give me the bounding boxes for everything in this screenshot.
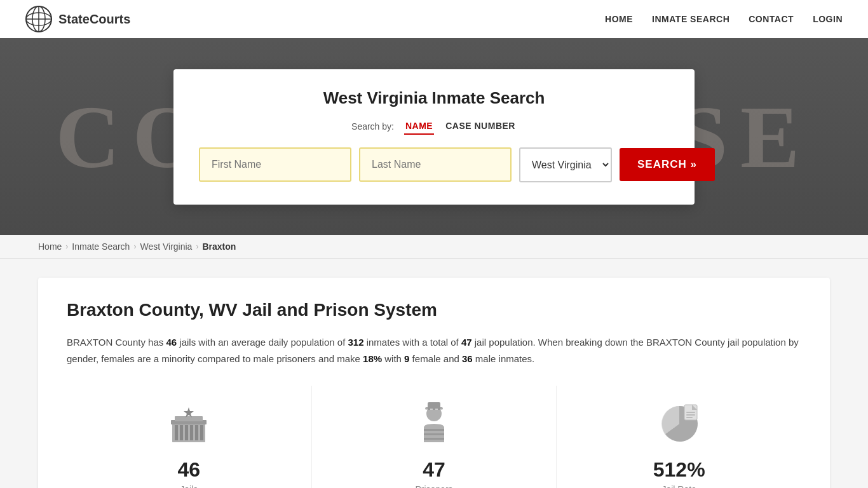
svg-rect-23 bbox=[424, 433, 444, 435]
header: StateCourts HOME INMATE SEARCH CONTACT L… bbox=[0, 0, 868, 38]
svg-rect-24 bbox=[424, 438, 444, 440]
search-inputs-row: West Virginia Alabama Alaska Arizona Ark… bbox=[199, 147, 669, 182]
logo[interactable]: StateCourts bbox=[25, 6, 130, 32]
svg-rect-13 bbox=[175, 416, 203, 421]
breadcrumb-sep-3: › bbox=[196, 242, 198, 251]
nav-contact[interactable]: CONTACT bbox=[749, 14, 794, 24]
svg-rect-27 bbox=[686, 412, 695, 413]
svg-rect-22 bbox=[424, 429, 444, 431]
hero-section: COURTHOUSE West Virginia Inmate Search S… bbox=[0, 38, 868, 235]
content-paragraph: BRAXTON County has 46 jails with an aver… bbox=[67, 334, 801, 367]
main-nav: HOME INMATE SEARCH CONTACT LOGIN bbox=[605, 14, 843, 24]
search-card: West Virginia Inmate Search Search by: N… bbox=[173, 69, 695, 205]
stat-jail-rate: 512% Jail Rate bbox=[557, 386, 801, 488]
prisoner-icon bbox=[409, 398, 459, 449]
state-select[interactable]: West Virginia Alabama Alaska Arizona Ark… bbox=[519, 147, 612, 182]
chart-icon bbox=[654, 398, 705, 449]
svg-rect-7 bbox=[180, 425, 183, 440]
content-card: Braxton County, WV Jail and Prison Syste… bbox=[38, 278, 830, 488]
logo-icon bbox=[25, 6, 52, 32]
svg-rect-6 bbox=[175, 425, 178, 440]
search-by-label: Search by: bbox=[351, 121, 394, 132]
breadcrumb: Home › Inmate Search › West Virginia › B… bbox=[0, 235, 868, 259]
tab-name[interactable]: NAME bbox=[404, 118, 434, 135]
logo-text: StateCourts bbox=[58, 12, 130, 27]
content-title: Braxton County, WV Jail and Prison Syste… bbox=[67, 300, 801, 320]
stat-jails-number: 46 bbox=[178, 458, 201, 482]
tab-case-number[interactable]: CASE NUMBER bbox=[444, 118, 517, 135]
breadcrumb-inmate-search[interactable]: Inmate Search bbox=[72, 241, 130, 252]
search-button[interactable]: SEARCH » bbox=[620, 148, 715, 181]
svg-rect-11 bbox=[200, 425, 203, 440]
stat-prisoners-label: Prisoners bbox=[415, 484, 452, 488]
svg-rect-17 bbox=[428, 402, 440, 409]
main-content: Braxton County, WV Jail and Prison Syste… bbox=[0, 259, 868, 488]
svg-rect-9 bbox=[190, 425, 193, 440]
svg-marker-14 bbox=[184, 407, 194, 417]
first-name-input[interactable] bbox=[199, 147, 351, 182]
svg-rect-28 bbox=[686, 414, 695, 416]
breadcrumb-west-virginia[interactable]: West Virginia bbox=[140, 241, 192, 252]
breadcrumb-current: Braxton bbox=[202, 241, 236, 252]
jail-icon bbox=[163, 398, 214, 449]
stat-jails: 46 Jails bbox=[67, 386, 312, 488]
svg-rect-21 bbox=[440, 409, 443, 410]
nav-login[interactable]: LOGIN bbox=[813, 14, 843, 24]
svg-rect-10 bbox=[195, 425, 198, 440]
search-by-row: Search by: NAME CASE NUMBER bbox=[199, 118, 669, 135]
breadcrumb-sep-2: › bbox=[133, 242, 136, 251]
stat-jail-rate-label: Jail Rate bbox=[661, 484, 696, 488]
stats-row: 46 Jails bbox=[67, 386, 801, 488]
stat-jails-label: Jails bbox=[180, 484, 198, 488]
svg-rect-18 bbox=[425, 409, 428, 410]
nav-inmate-search[interactable]: INMATE SEARCH bbox=[652, 14, 729, 24]
last-name-input[interactable] bbox=[359, 147, 512, 182]
search-card-title: West Virginia Inmate Search bbox=[199, 88, 669, 108]
stat-prisoners-number: 47 bbox=[423, 458, 445, 482]
nav-home[interactable]: HOME bbox=[605, 14, 633, 24]
stat-prisoners: 47 Prisoners bbox=[312, 386, 557, 488]
breadcrumb-sep-1: › bbox=[65, 242, 68, 251]
svg-rect-20 bbox=[435, 409, 438, 410]
svg-rect-29 bbox=[686, 417, 693, 418]
stat-jail-rate-number: 512% bbox=[653, 458, 705, 482]
breadcrumb-home[interactable]: Home bbox=[38, 241, 62, 252]
svg-rect-8 bbox=[185, 425, 188, 440]
svg-rect-19 bbox=[430, 409, 433, 410]
